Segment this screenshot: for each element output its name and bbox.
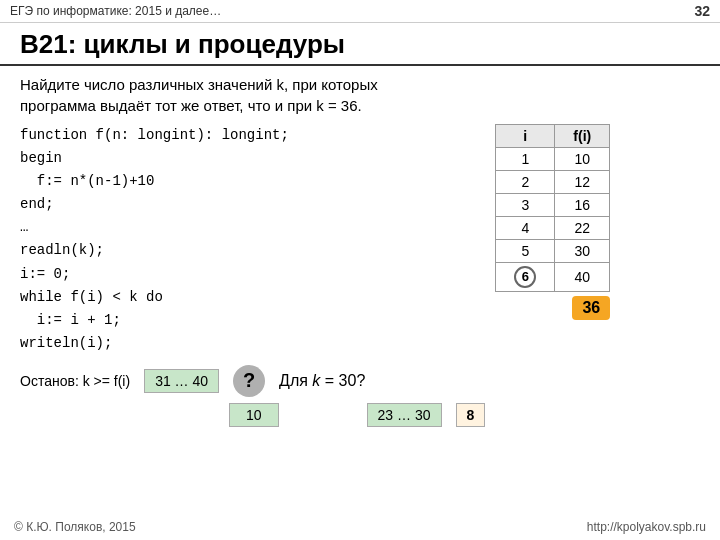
cell-fi-5: 30 [555, 240, 610, 263]
header-bar: ЕГЭ по информатике: 2015 и далее… 32 [0, 0, 720, 23]
cell-fi-3: 16 [555, 194, 610, 217]
title-section: B21: циклы и процедуры [0, 23, 720, 66]
content: Найдите число различных значений k, при … [0, 66, 720, 435]
badge-36: 36 [572, 296, 610, 320]
footer: © К.Ю. Поляков, 2015 http://kpolyakov.sp… [0, 520, 720, 534]
cell-i-3: 3 [496, 194, 555, 217]
cell-i-6: 6 [496, 263, 555, 292]
table-area: i f(i) 1 10 2 12 3 16 [495, 124, 610, 427]
page-number: 32 [694, 3, 710, 19]
circle-6: 6 [514, 266, 536, 288]
code-line-1: function f(n: longint): longint; [20, 124, 485, 147]
table-row: 4 22 [496, 217, 610, 240]
cell-fi-1: 10 [555, 148, 610, 171]
table-row-6: 6 40 [496, 263, 610, 292]
main-title: B21: циклы и процедуры [20, 29, 345, 59]
col-header-i: i [496, 125, 555, 148]
ostanov-label: Останов: k >= f(i) [20, 373, 130, 389]
table-row: 1 10 [496, 148, 610, 171]
cell-i-5: 5 [496, 240, 555, 263]
table-row: 3 16 [496, 194, 610, 217]
code-area: function f(n: longint): longint; begin f… [20, 124, 485, 427]
range-badge: 31 … 40 [144, 369, 219, 393]
code-line-6: readln(k); [20, 239, 485, 262]
cell-fi-6: 40 [555, 263, 610, 292]
code-block: function f(n: longint): longint; begin f… [20, 124, 485, 355]
question-mark: ? [233, 365, 265, 397]
code-line-3: f:= n*(n-1)+10 [20, 170, 485, 193]
footer-right: http://kpolyakov.spb.ru [587, 520, 706, 534]
bottom-row2: 10 23 … 30 8 [20, 403, 485, 427]
table-row: 2 12 [496, 171, 610, 194]
code-line-2: begin [20, 147, 485, 170]
code-line-10: writeln(i); [20, 332, 485, 355]
value-badge: 10 [229, 403, 279, 427]
cell-i-1: 1 [496, 148, 555, 171]
code-line-4: end; [20, 193, 485, 216]
ostanov-condition: k >= f(i) [83, 373, 130, 389]
header-left: ЕГЭ по информатике: 2015 и далее… [10, 4, 221, 18]
task-text: Найдите число различных значений k, при … [20, 74, 700, 116]
col-header-fi: f(i) [555, 125, 610, 148]
code-line-8: while f(i) < k do [20, 286, 485, 309]
table-row: 5 30 [496, 240, 610, 263]
code-line-7: i:= 0; [20, 263, 485, 286]
cell-fi-2: 12 [555, 171, 610, 194]
cell-i-4: 4 [496, 217, 555, 240]
code-line-5: … [20, 216, 485, 239]
cell-i-2: 2 [496, 171, 555, 194]
bottom-section: Останов: k >= f(i) 31 … 40 ? Для k = 30? [20, 365, 485, 397]
footer-left: © К.Ю. Поляков, 2015 [14, 520, 136, 534]
range-badge2: 23 … 30 [367, 403, 442, 427]
data-table: i f(i) 1 10 2 12 3 16 [495, 124, 610, 292]
main-layout: function f(n: longint): longint; begin f… [20, 124, 700, 427]
for-k-label: Для k = 30? [279, 372, 365, 390]
code-line-9: i:= i + 1; [20, 309, 485, 332]
cell-fi-4: 22 [555, 217, 610, 240]
badge-36-container: 36 [495, 296, 610, 320]
num-badge: 8 [456, 403, 486, 427]
